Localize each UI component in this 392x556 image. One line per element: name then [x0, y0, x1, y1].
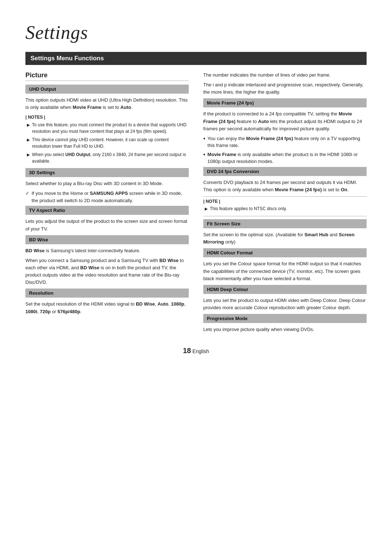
bd-wise-title: BD Wise — [25, 235, 189, 244]
page: Settings Settings Menu Functions Picture… — [0, 0, 392, 556]
dvd-24fps-title: DVD 24 fps Conversion — [203, 167, 367, 176]
tv-aspect-section: TV Aspect Ratio Lets you adjust the outp… — [25, 206, 189, 232]
note-arrow-icon-2: ▶ — [27, 137, 30, 143]
uhd-output-section: UHD Output This option outputs HDMI vide… — [25, 85, 189, 164]
dvd-24fps-body: Converts DVD playback to 24 frames per s… — [203, 179, 367, 193]
3d-checkmark-text: If you move to the Home or SAMSUNG APPS … — [32, 190, 189, 204]
movie-frame-section: Movie Frame (24 fps) If the product is c… — [203, 98, 367, 165]
3d-settings-body: Select whether to play a Blu-ray Disc wi… — [25, 180, 189, 187]
page-number-suffix: English — [192, 348, 209, 354]
page-title: Settings — [25, 22, 367, 43]
bullet-icon-1: • — [203, 135, 205, 143]
hdmi-colour-body: Lets you set the Colour space format for… — [203, 260, 367, 282]
page-number: 18 English — [25, 347, 367, 355]
uhd-notes-label: | NOTES | — [25, 115, 189, 120]
dvd-24fps-section: DVD 24 fps Conversion Converts DVD playb… — [203, 167, 367, 216]
progressive-body: Lets you improve picture quality when vi… — [203, 326, 367, 333]
hdmi-colour-title: HDMI Colour Format — [203, 248, 367, 257]
movie-frame-bullet-2: • Movie Frame is only available when the… — [203, 151, 367, 165]
uhd-note-1-text: To use this feature, you must connect th… — [32, 122, 189, 135]
movie-frame-body: If the product is connected to a 24 fps … — [203, 110, 367, 132]
uhd-note-3-text: When you select UHD Output, only 2160 x … — [32, 151, 189, 164]
picture-header: Picture — [25, 71, 189, 81]
note-arrow-dvd: ▶ — [205, 206, 208, 212]
bullet-icon-2: • — [203, 151, 205, 159]
uhd-notes-block: | NOTES | ▶ To use this feature, you mus… — [25, 115, 189, 164]
bd-wise-body2: When you connect a Samsung product and a… — [25, 257, 189, 286]
fit-screen-body: Set the screen to the optimal size. (Ava… — [203, 231, 367, 246]
3d-settings-title: 3D Settings — [25, 168, 189, 177]
bd-wise-body1: BD Wise is Samsung's latest inter-connec… — [25, 247, 189, 254]
section-header: Settings Menu Functions — [25, 52, 367, 65]
dvd-note-item: ▶ This feature applies to NTSC discs onl… — [203, 205, 367, 212]
movie-frame-bullet-1-text: You can enjoy the Movie Frame (24 fps) f… — [208, 135, 367, 149]
tv-aspect-title: TV Aspect Ratio — [25, 206, 189, 215]
right-column: The number indicates the number of lines… — [203, 71, 367, 336]
right-intro-line1: The number indicates the number of lines… — [203, 71, 367, 79]
movie-frame-bullet-2-text: Movie Frame is only available when the p… — [208, 151, 367, 165]
uhd-output-title: UHD Output — [25, 85, 189, 94]
fit-screen-title: Fit Screen Size — [203, 219, 367, 228]
resolution-section: Resolution Set the output resolution of … — [25, 289, 189, 315]
uhd-note-2-text: This device cannot play UHD content. How… — [32, 136, 189, 150]
3d-checkmark-item: ✓ If you move to the Home or SAMSUNG APP… — [25, 190, 189, 204]
movie-frame-title: Movie Frame (24 fps) — [203, 98, 367, 107]
resolution-title: Resolution — [25, 289, 189, 298]
hdmi-colour-section: HDMI Colour Format Lets you set the Colo… — [203, 248, 367, 282]
note-arrow-icon-3: ▶ — [27, 152, 30, 158]
right-intro-line2: The i and p indicate interlaced and prog… — [203, 81, 367, 96]
dvd-note-label: | NOTE | — [203, 199, 367, 204]
dvd-note-text: This feature applies to NTSC discs only. — [210, 205, 287, 212]
tv-aspect-body: Lets you adjust the output of the produc… — [25, 218, 189, 232]
note-arrow-icon: ▶ — [27, 122, 30, 128]
hdmi-deep-body: Lets you set the product to output HDMI … — [203, 297, 367, 311]
dvd-note-block: | NOTE | ▶ This feature applies to NTSC … — [203, 196, 367, 216]
left-column: Picture UHD Output This option outputs H… — [25, 71, 189, 336]
movie-frame-bullet-1: • You can enjoy the Movie Frame (24 fps)… — [203, 135, 367, 149]
uhd-output-body: This option outputs HDMI video at UHD (U… — [25, 97, 189, 111]
hdmi-deep-title: HDMI Deep Colour — [203, 285, 367, 294]
3d-settings-section: 3D Settings Select whether to play a Blu… — [25, 168, 189, 204]
hdmi-deep-section: HDMI Deep Colour Lets you set the produc… — [203, 285, 367, 311]
uhd-note-1: ▶ To use this feature, you must connect … — [25, 122, 189, 135]
uhd-note-2: ▶ This device cannot play UHD content. H… — [25, 136, 189, 150]
checkmark-icon: ✓ — [25, 190, 29, 197]
progressive-section: Progressive Mode Lets you improve pictur… — [203, 314, 367, 333]
bd-wise-section: BD Wise BD Wise is Samsung's latest inte… — [25, 235, 189, 286]
resolution-body: Set the output resolution of the HDMI vi… — [25, 301, 189, 315]
page-number-value: 18 — [183, 347, 191, 355]
fit-screen-section: Fit Screen Size Set the screen to the op… — [203, 219, 367, 246]
two-column-layout: Picture UHD Output This option outputs H… — [25, 71, 367, 336]
uhd-note-3: ▶ When you select UHD Output, only 2160 … — [25, 151, 189, 164]
progressive-title: Progressive Mode — [203, 314, 367, 323]
